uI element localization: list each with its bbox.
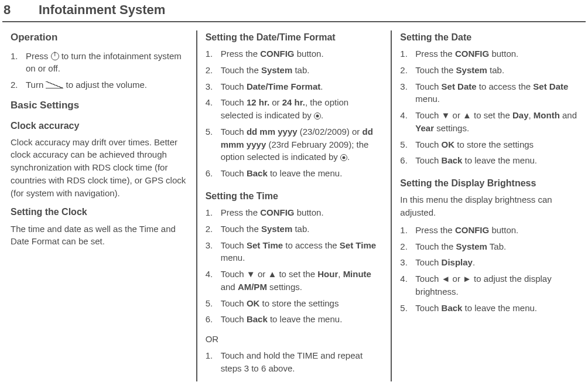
step-number: 3. bbox=[400, 256, 408, 269]
step-text: menu. bbox=[221, 253, 245, 263]
content-columns: Operation 1. Press to turn the infotainm… bbox=[0, 22, 588, 381]
step-text: . bbox=[473, 257, 475, 267]
setting-clock-paragraph: The time and date as well as the Time an… bbox=[11, 223, 188, 248]
step-number: 1. bbox=[206, 349, 213, 362]
heading-clock-accuracy: Clock accuracy bbox=[11, 119, 188, 132]
heading-display-brightness: Setting the Display Brightness bbox=[400, 176, 577, 190]
term-system: System bbox=[456, 241, 487, 251]
term-date-time-format: Date/Time Format bbox=[247, 81, 320, 91]
step-text: , bbox=[338, 269, 343, 279]
heading-operation: Operation bbox=[11, 30, 188, 45]
term-month: Month bbox=[534, 110, 560, 120]
step-text: Turn bbox=[26, 80, 46, 90]
term-ok: OK bbox=[442, 139, 455, 149]
list-item: 4.Touch ▼ or ▲ to set the Hour, Minute a… bbox=[206, 268, 383, 297]
step-text: button. bbox=[489, 225, 518, 235]
column-1: Operation 1. Press to turn the infotainm… bbox=[2, 30, 196, 381]
step-text: tab. bbox=[292, 224, 309, 234]
step-number: 4. bbox=[206, 96, 213, 109]
term-year: Year bbox=[415, 123, 434, 133]
list-item: 3.Touch Date/Time Format. bbox=[206, 80, 383, 97]
list-item: 1.Press the CONFIG button. bbox=[206, 206, 383, 223]
step-number: 1. bbox=[400, 47, 408, 60]
step-number: 4. bbox=[400, 272, 408, 285]
step-text: button. bbox=[295, 49, 324, 59]
list-item: 4.Touch ▼ or ▲ to set the Day, Month and… bbox=[400, 109, 577, 138]
term-config: CONFIG bbox=[260, 207, 294, 217]
term-back: Back bbox=[442, 155, 463, 165]
list-item: 4.Touch 12 hr. or 24 hr., the option sel… bbox=[206, 96, 383, 125]
step-text: tab. bbox=[487, 65, 504, 75]
step-number: 2. bbox=[400, 240, 408, 253]
step-text: to store the settings bbox=[454, 139, 534, 149]
list-item: 1.Press the CONFIG button. bbox=[400, 47, 577, 64]
step-text: Touch bbox=[221, 240, 247, 250]
term-system: System bbox=[261, 224, 292, 234]
term-ampm: AM/PM bbox=[238, 282, 267, 292]
step-text: Touch bbox=[221, 314, 247, 324]
step-text: to access the bbox=[283, 240, 340, 250]
step-text: Touch bbox=[221, 168, 247, 178]
term-display: Display bbox=[442, 257, 473, 267]
term-config: CONFIG bbox=[455, 49, 489, 59]
volume-ramp-icon bbox=[46, 81, 63, 88]
step-text: button. bbox=[295, 207, 324, 217]
list-item: 2. Turn to adjust the volume. bbox=[11, 79, 188, 95]
clock-accuracy-paragraph: Clock accuracy may drift over times. Bet… bbox=[11, 136, 188, 200]
step-number: 1. bbox=[206, 47, 213, 60]
term-config: CONFIG bbox=[455, 225, 489, 235]
list-item: 3.Touch Display. bbox=[400, 256, 577, 272]
step-text: Press the bbox=[221, 207, 261, 217]
radio-selected-icon bbox=[314, 113, 321, 120]
radio-selected-icon bbox=[340, 154, 347, 161]
step-text: . bbox=[347, 152, 350, 162]
step-text: to leave the menu. bbox=[462, 303, 537, 313]
step-text: Tab. bbox=[487, 241, 506, 251]
date-steps: 1.Press the CONFIG button. 2.Touch the S… bbox=[400, 47, 577, 171]
heading-setting-date: Setting the Date bbox=[400, 30, 577, 44]
manual-page: 8 Infotainment System Operation 1. Press… bbox=[0, 0, 588, 381]
list-item: 6.Touch Back to leave the menu. bbox=[206, 313, 383, 329]
step-text: button. bbox=[489, 49, 518, 59]
step-text: Press the bbox=[415, 49, 455, 59]
step-number: 1. bbox=[206, 206, 213, 219]
step-text: Touch bbox=[415, 139, 441, 149]
step-text: Press the bbox=[415, 225, 455, 235]
term-back: Back bbox=[247, 314, 268, 324]
step-text: to leave the menu. bbox=[462, 155, 537, 165]
list-item: 6.Touch Back to leave the menu. bbox=[400, 154, 577, 171]
step-number: 4. bbox=[400, 109, 408, 122]
term-set-date: Set Date bbox=[442, 81, 477, 91]
term-back: Back bbox=[247, 168, 268, 178]
list-item: 5.Touch OK to store the settings bbox=[206, 297, 383, 313]
term-minute: Minute bbox=[343, 269, 371, 279]
heading-setting-time: Setting the Time bbox=[206, 189, 383, 203]
step-text: or bbox=[269, 97, 282, 107]
heading-basic-settings: Basic Settings bbox=[11, 98, 188, 113]
step-text: settings. bbox=[267, 282, 302, 292]
step-text: tab. bbox=[292, 65, 309, 75]
term-config: CONFIG bbox=[260, 49, 294, 59]
step-text: Touch bbox=[415, 155, 441, 165]
term-ddmmyyyy: dd mm yyyy bbox=[247, 127, 298, 137]
page-title: Infotainment System bbox=[39, 2, 165, 18]
list-item: 2.Touch the System tab. bbox=[400, 64, 577, 80]
step-text: Touch bbox=[221, 81, 247, 91]
list-item: 1.Press the CONFIG button. bbox=[400, 224, 577, 240]
list-item: 2.Touch the System tab. bbox=[206, 223, 383, 239]
step-text: settings. bbox=[434, 123, 469, 133]
or-label: OR bbox=[206, 333, 383, 346]
step-text: Touch ▼ or ▲ to set the bbox=[415, 110, 512, 120]
step-number: 6. bbox=[206, 167, 213, 180]
list-item: 3.Touch Set Date to access the Set Date … bbox=[400, 80, 577, 110]
list-item: 1. Press to turn the infotainment system… bbox=[11, 50, 188, 79]
step-number: 1. bbox=[400, 224, 408, 237]
step-text: and bbox=[221, 282, 238, 292]
step-text: and bbox=[560, 110, 577, 120]
operation-steps: 1. Press to turn the infotainment system… bbox=[11, 50, 188, 95]
time-alt-steps: 1.Touch and hold the TIME and repeat ste… bbox=[206, 349, 383, 379]
term-system: System bbox=[261, 65, 292, 75]
step-number: 2. bbox=[11, 79, 18, 91]
step-number: 5. bbox=[400, 302, 408, 315]
step-text: Press bbox=[26, 51, 51, 61]
